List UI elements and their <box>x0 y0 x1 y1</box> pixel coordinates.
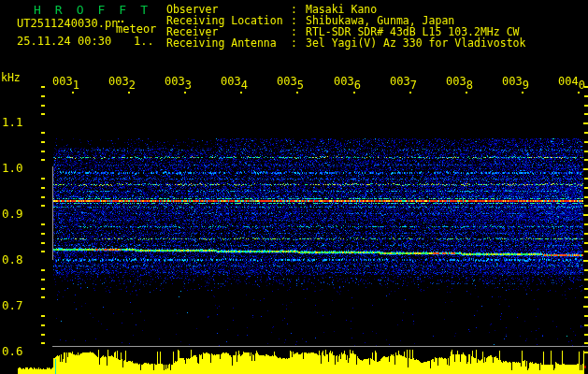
time-tick-label: 0031 <box>52 75 79 88</box>
time-tick-label: 0039 <box>502 75 529 88</box>
counter-value: 1.. <box>134 36 154 47</box>
hrofft-screen: HROFFT UT2511240030.pn meteor 25.11.24 0… <box>0 0 588 374</box>
time-tick-label: 0037 <box>390 75 417 88</box>
freq-tick-label: 1.1 <box>2 115 23 129</box>
freq-tick-label: 1.0 <box>2 161 23 175</box>
time-tick-label: 0038 <box>446 75 473 88</box>
time-tick-label: 0036 <box>334 75 361 88</box>
freq-axis-unit: kHz <box>1 73 21 84</box>
time-tick-label: 0032 <box>108 75 136 88</box>
header-row-observer: Observer : Masaki Kano <box>166 3 588 14</box>
time-tick-label: 0040 <box>558 75 585 88</box>
freq-tick-label: 0.8 <box>2 252 23 266</box>
freq-tick-label: 0.9 <box>2 207 23 221</box>
header-row-location: Receiving Location : Shibukawa, Gunma, J… <box>166 14 588 25</box>
field-value: 3el Yagi(V) Az 330 for Vladivostok <box>306 36 525 50</box>
spectrogram-canvas <box>0 0 588 374</box>
output-filename: UT2511240030.pn <box>17 18 118 29</box>
freq-tick-label: 0.7 <box>2 298 23 312</box>
header-row-antenna: Receiving Antenna : 3el Yagi(V) Az 330 f… <box>166 36 588 48</box>
freq-tick-label: 0.6 <box>2 344 23 358</box>
field-label: Receiving Antenna <box>166 36 277 50</box>
time-tick-label: 0034 <box>221 75 248 88</box>
header-row-receiver: Receiver : RTL-SDR SDR# 43dB L15 103.2MH… <box>166 25 588 36</box>
time-tick-label: 0033 <box>165 75 192 88</box>
timestamp: 25.11.24 00:30 <box>17 36 111 47</box>
observation-mode-label: meteor <box>116 23 156 35</box>
app-title: HROFFT <box>34 4 162 16</box>
field-colon: : <box>291 36 297 50</box>
time-tick-label: 0035 <box>277 75 304 88</box>
